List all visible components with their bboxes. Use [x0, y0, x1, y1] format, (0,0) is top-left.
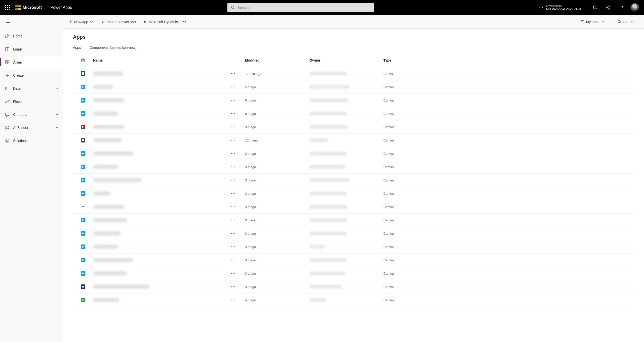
row-name[interactable] [93, 231, 229, 235]
expand-toggle[interactable] [56, 126, 59, 130]
row-more-button[interactable] [229, 123, 237, 131]
svg-point-57 [234, 73, 235, 74]
sidebar-item-chatbots[interactable]: Chatbots [0, 108, 63, 121]
nav-collapse-button[interactable] [3, 18, 14, 28]
expand-toggle[interactable] [56, 113, 59, 117]
table-row[interactable]: 3 d agoCanvas [73, 147, 634, 160]
sidebar-item-flows[interactable]: Flows [0, 95, 63, 108]
sidebar-item-aibuilder[interactable]: AI Builder [0, 121, 63, 134]
row-more-button[interactable] [229, 203, 237, 211]
row-name[interactable] [93, 98, 229, 102]
row-name[interactable] [93, 178, 229, 182]
my-apps-filter[interactable]: My apps [577, 17, 608, 27]
table-row[interactable]: 3 d agoCanvas [73, 280, 634, 294]
row-name[interactable] [93, 138, 229, 142]
settings-button[interactable] [602, 0, 615, 15]
svg-marker-70 [82, 126, 84, 128]
row-more-button[interactable] [229, 296, 237, 304]
row-name[interactable] [93, 165, 229, 169]
row-more-button[interactable] [229, 283, 237, 291]
microsoft-word: Microsoft [23, 5, 42, 10]
table-row[interactable]: 6 h agoCanvas [73, 94, 634, 107]
select-all-column[interactable] [73, 58, 93, 62]
expand-toggle[interactable] [56, 86, 59, 90]
table-row[interactable]: 17 min agoCanvas [73, 67, 634, 80]
row-name[interactable] [93, 245, 229, 249]
environment-picker[interactable]: Environment MS Personal Productivit... [534, 4, 588, 11]
row-more-button[interactable] [229, 176, 237, 184]
table-row[interactable]: 3 d agoCanvas [73, 267, 634, 280]
row-more-button[interactable] [229, 229, 237, 237]
help-button[interactable] [615, 0, 628, 15]
redacted-owner [309, 178, 350, 182]
row-more-button[interactable] [229, 216, 237, 224]
row-more-button[interactable] [229, 150, 237, 158]
svg-point-89 [234, 180, 235, 181]
row-more-button[interactable] [229, 110, 237, 118]
row-name[interactable] [93, 298, 229, 302]
new-app-button[interactable]: New app [65, 17, 96, 27]
row-name[interactable] [93, 258, 229, 262]
dropdown-toggle[interactable] [601, 20, 604, 24]
environment-value: MS Personal Productivit... [546, 7, 584, 11]
row-more-button[interactable] [229, 189, 237, 198]
global-search[interactable] [227, 3, 374, 12]
table-row[interactable]: 3 d agoCanvas [73, 227, 634, 240]
row-more-button[interactable] [229, 70, 237, 78]
table-row[interactable]: 3 d agoCanvas [73, 240, 634, 254]
row-name[interactable] [93, 191, 229, 196]
col-type[interactable]: Type [383, 58, 449, 62]
table-row[interactable]: 12 h agoCanvas [73, 134, 634, 147]
row-more-button[interactable] [229, 136, 237, 144]
row-name[interactable] [93, 218, 229, 222]
dropdown-toggle[interactable] [90, 20, 93, 24]
row-name[interactable] [93, 72, 229, 76]
sidebar-item-create[interactable]: Create [0, 69, 63, 82]
row-name[interactable] [93, 152, 229, 156]
sidebar-item-solutions[interactable]: Solutions [0, 134, 63, 147]
row-name[interactable] [93, 112, 229, 116]
list-search-button[interactable]: Search [614, 17, 638, 27]
row-more-button[interactable] [229, 83, 237, 91]
table-row[interactable]: 4 d agoCanvas [73, 294, 634, 307]
sidebar-item-home[interactable]: Home [0, 30, 63, 43]
tab-apps[interactable]: Apps [73, 45, 81, 52]
microsoft-logo[interactable]: Microsoft [15, 5, 42, 10]
row-name[interactable] [93, 125, 229, 129]
row-name[interactable] [93, 85, 229, 89]
sidebar-item-apps[interactable]: Apps [0, 56, 63, 69]
app-launcher-button[interactable] [0, 0, 15, 15]
import-canvas-button[interactable]: Import canvas app [97, 17, 139, 27]
table-row[interactable]: 3 d agoCanvas [73, 200, 634, 214]
dynamics-365-button[interactable]: Microsoft Dynamics 365 [140, 17, 190, 27]
notifications-button[interactable] [588, 0, 601, 15]
row-type: Canvas [383, 245, 449, 249]
row-name[interactable] [93, 205, 229, 209]
col-name[interactable]: Name [93, 58, 229, 62]
table-row[interactable]: 9 h agoCanvas [73, 120, 634, 134]
sidebar-item-data[interactable]: Data [0, 82, 63, 95]
table-row[interactable]: 3 d agoCanvas [73, 214, 634, 227]
table-row[interactable]: 9 h agoCanvas [73, 107, 634, 120]
table-row[interactable]: 5 h agoCanvas [73, 80, 634, 94]
table-row[interactable]: 3 d agoCanvas [73, 187, 634, 200]
row-more-button[interactable] [229, 163, 237, 171]
table-row[interactable]: 3 d agoCanvas [73, 254, 634, 267]
col-owner[interactable]: Owner [309, 58, 383, 62]
redacted-name [93, 85, 113, 89]
tab-component-libraries[interactable]: Component libraries (preview) [90, 45, 137, 52]
waffle-icon [5, 5, 10, 10]
global-search-input[interactable] [237, 6, 371, 10]
user-avatar[interactable] [630, 3, 639, 12]
redacted-name [93, 178, 142, 182]
row-more-button[interactable] [229, 96, 237, 104]
col-modified[interactable]: Modified [245, 58, 309, 62]
table-row[interactable]: 3 d agoCanvas [73, 160, 634, 174]
table-row[interactable]: 3 d agoCanvas [73, 174, 634, 187]
row-name[interactable] [93, 271, 229, 275]
row-more-button[interactable] [229, 256, 237, 264]
row-more-button[interactable] [229, 243, 237, 251]
sidebar-item-learn[interactable]: Learn [0, 43, 63, 56]
row-more-button[interactable] [229, 269, 237, 277]
row-name[interactable] [93, 285, 229, 289]
